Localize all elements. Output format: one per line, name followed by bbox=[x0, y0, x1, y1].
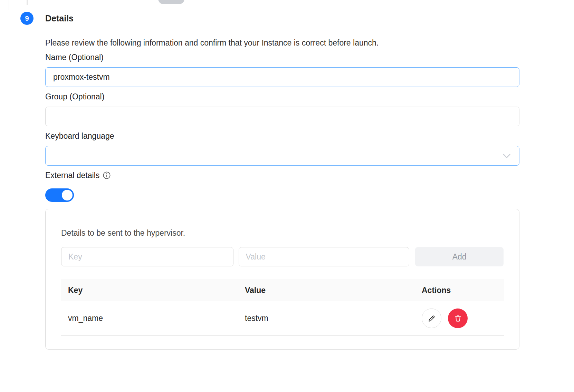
name-label: Name (Optional) bbox=[45, 52, 519, 62]
value-input[interactable] bbox=[239, 247, 410, 266]
step-number-badge: 9 bbox=[20, 12, 34, 25]
keyboard-language-select[interactable] bbox=[45, 146, 519, 166]
add-button[interactable]: Add bbox=[415, 247, 504, 266]
edit-button[interactable] bbox=[422, 308, 441, 328]
external-details-panel: Details to be sent to the hypervisor. Ad… bbox=[45, 209, 519, 350]
row-key: vm_name bbox=[61, 314, 238, 323]
table-header-row: Key Value Actions bbox=[61, 279, 504, 301]
toggle-knob bbox=[62, 190, 73, 200]
external-details-label-row: External details bbox=[45, 170, 519, 180]
group-label: Group (Optional) bbox=[45, 91, 519, 102]
review-instructions: Please review the following information … bbox=[45, 38, 519, 48]
hypervisor-details-description: Details to be sent to the hypervisor. bbox=[61, 228, 504, 238]
group-input[interactable] bbox=[45, 107, 519, 126]
info-icon[interactable] bbox=[103, 171, 111, 179]
header-actions: Actions bbox=[415, 286, 504, 295]
delete-button[interactable] bbox=[448, 308, 468, 328]
header-value: Value bbox=[238, 286, 415, 295]
row-actions bbox=[415, 308, 504, 328]
keyboard-language-label: Keyboard language bbox=[45, 131, 519, 141]
key-value-entry-row: Add bbox=[61, 247, 504, 266]
previous-step-toggle-cutoff bbox=[158, 0, 184, 4]
details-table: Key Value Actions vm_name testvm bbox=[61, 279, 504, 336]
trash-icon bbox=[454, 314, 462, 323]
step-number: 9 bbox=[25, 14, 29, 22]
container-edge-line bbox=[9, 0, 9, 10]
external-details-toggle[interactable] bbox=[45, 188, 74, 202]
row-value: testvm bbox=[238, 314, 415, 323]
chevron-down-icon bbox=[502, 151, 511, 161]
pencil-icon bbox=[428, 314, 436, 323]
step-title: Details bbox=[45, 0, 519, 23]
step-content: Details Please review the following info… bbox=[45, 0, 519, 350]
step-connector-line bbox=[27, 0, 28, 5]
external-details-label: External details bbox=[45, 170, 99, 180]
details-step-page: 9 Details Please review the following in… bbox=[0, 0, 574, 392]
table-row: vm_name testvm bbox=[61, 301, 504, 336]
header-key: Key bbox=[61, 286, 238, 295]
name-input[interactable] bbox=[45, 67, 519, 87]
key-input[interactable] bbox=[61, 247, 233, 266]
